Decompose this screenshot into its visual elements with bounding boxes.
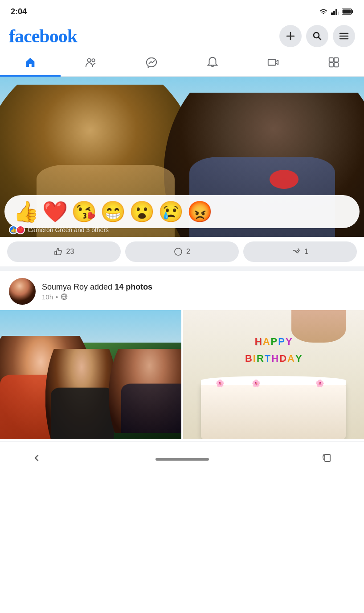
battery-icon: [342, 8, 353, 15]
plus-icon: [286, 31, 295, 41]
headphones: [270, 170, 299, 189]
like-count: 23: [66, 248, 74, 256]
svg-rect-18: [334, 58, 338, 62]
menu-button[interactable]: [333, 25, 355, 47]
thumbs-up-icon: [54, 247, 63, 256]
reaction-attribution: 👍 ❤️ Cameron Green and 3 others: [9, 225, 109, 234]
reaction-wow[interactable]: 😮: [129, 200, 155, 224]
back-button[interactable]: [27, 448, 46, 470]
svg-point-15: [92, 59, 95, 62]
letter-H2: H: [271, 353, 278, 364]
header: facebook: [0, 21, 364, 49]
post-card-1: 👍 ❤️ 😘 😁 😮 😢 😡 👍 ❤️ Cameron Green and 3 …: [0, 77, 364, 266]
letter-H: H: [255, 336, 262, 347]
back-arrow-icon: [31, 453, 42, 463]
status-bar: 2:04: [0, 0, 364, 21]
post-timestamp: 10h: [42, 293, 53, 301]
cake-bg: 🌸 🌸 🌸 H A P P Y B: [183, 310, 364, 439]
dark-shirt: [51, 388, 114, 439]
svg-rect-19: [329, 63, 333, 67]
post-image-container: 👍 ❤️ 😘 😁 😮 😢 😡 👍 ❤️ Cameron Green and 3 …: [0, 77, 364, 237]
video-icon: [267, 56, 279, 69]
letter-Y2: Y: [295, 353, 302, 364]
status-time: 2:04: [11, 7, 27, 16]
tab-marketplace[interactable]: [303, 49, 364, 76]
tab-home[interactable]: [0, 49, 61, 76]
globe-icon: [61, 293, 68, 300]
reaction-kiss[interactable]: 😘: [71, 200, 97, 224]
svg-rect-2: [335, 9, 337, 15]
friends-icon: [85, 56, 97, 69]
post-card-2: Soumya Roy added 14 photos 10h •: [0, 271, 364, 441]
reaction-like[interactable]: 👍: [13, 200, 39, 224]
svg-rect-6: [343, 10, 351, 14]
post-actions: 23 2 1: [0, 237, 364, 266]
photo-birthday-cake[interactable]: 🌸 🌸 🌸 H A P P Y B: [183, 310, 364, 439]
status-icons: [319, 8, 353, 15]
group-photo-bg: [0, 310, 181, 439]
header-actions: [279, 25, 355, 47]
home-icon: [24, 56, 37, 69]
comment-button[interactable]: 2: [125, 241, 239, 262]
post-header-2: Soumya Roy added 14 photos 10h •: [0, 271, 364, 310]
share-button[interactable]: 1: [243, 241, 357, 262]
flower3: 🌸: [315, 379, 324, 388]
like-button[interactable]: 23: [7, 241, 121, 262]
add-button[interactable]: [279, 25, 302, 47]
attribution-text: Cameron Green and 3 others: [28, 226, 109, 233]
flower1: 🌸: [216, 379, 225, 388]
nav-tabs: [0, 49, 364, 77]
svg-rect-17: [329, 58, 333, 62]
home-indicator[interactable]: [155, 458, 209, 461]
search-button[interactable]: [306, 25, 328, 47]
facebook-logo: facebook: [9, 25, 77, 47]
messenger-icon: [145, 56, 158, 69]
post-author-2: Soumya Roy added 14 photos: [42, 282, 355, 292]
reaction-haha[interactable]: 😁: [100, 200, 126, 224]
letter-I: I: [253, 353, 256, 364]
reaction-mini-icons: 👍 ❤️: [9, 225, 25, 234]
phone-frame: 2:04 facebook: [0, 0, 364, 613]
letter-P2: P: [278, 336, 285, 347]
share-icon: [292, 247, 301, 256]
letter-D: D: [279, 353, 286, 364]
svg-rect-21: [55, 251, 57, 255]
svg-rect-0: [331, 12, 333, 15]
reaction-angry[interactable]: 😡: [187, 200, 213, 224]
reactions-bar: 👍 ❤️ 😘 😁 😮 😢 😡: [4, 195, 360, 228]
letter-A2: A: [287, 353, 294, 364]
photo-group-selfie[interactable]: [0, 310, 181, 439]
tab-video[interactable]: [243, 49, 303, 76]
letter-R: R: [257, 353, 264, 364]
rotate-button[interactable]: [318, 448, 337, 470]
birthday-letters2: B I R T H D A Y: [192, 353, 355, 364]
svg-rect-25: [325, 454, 330, 462]
svg-rect-1: [333, 11, 335, 15]
post-time-2: 10h •: [42, 293, 355, 301]
tab-messenger[interactable]: [121, 49, 182, 76]
svg-rect-3: [338, 12, 339, 15]
comment-count: 2: [186, 248, 190, 256]
letter-B: B: [245, 353, 252, 364]
reaction-sad[interactable]: 😢: [158, 200, 184, 224]
comment-icon: [174, 247, 183, 256]
avatar-image: [9, 278, 36, 305]
dark-shirt2: [121, 384, 181, 433]
reaction-love[interactable]: ❤️: [42, 200, 68, 224]
svg-line-10: [319, 37, 321, 40]
bottom-navigation: [0, 441, 364, 477]
svg-point-14: [88, 59, 91, 62]
svg-rect-16: [268, 59, 276, 65]
marketplace-icon: [327, 56, 340, 69]
photo-grid: 🌸 🌸 🌸 H A P P Y B: [0, 310, 364, 441]
letter-P: P: [271, 336, 278, 347]
letter-T: T: [265, 353, 270, 364]
bell-icon: [206, 56, 219, 69]
tab-friends[interactable]: [61, 49, 121, 76]
avatar-soumya: [9, 278, 36, 305]
svg-rect-20: [334, 63, 338, 67]
tab-notifications[interactable]: [182, 49, 243, 76]
svg-rect-5: [352, 10, 353, 13]
signal-icon: [331, 8, 339, 15]
cake-body: 🌸 🌸 🌸: [201, 383, 346, 439]
